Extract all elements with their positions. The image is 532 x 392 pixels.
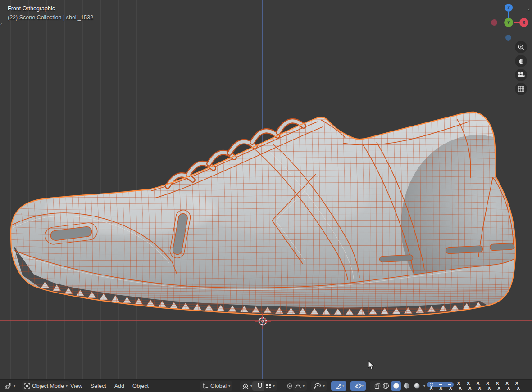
snap-target-icon — [266, 383, 271, 389]
placeholder-x-icon[interactable]: X — [439, 386, 443, 391]
placeholder-x-icon[interactable]: X — [459, 386, 463, 391]
view-label: Front Orthographic — [8, 4, 93, 13]
gizmo-x-ball[interactable]: X — [519, 18, 528, 27]
material-sphere-icon — [403, 383, 410, 389]
chevron-down-icon: ▾ — [303, 384, 305, 388]
overlays-dropdown[interactable]: ▾ — [362, 381, 368, 391]
header-menus: View Select Add Object — [66, 381, 153, 391]
placeholder-icons-top-row: XXXXXXX — [457, 381, 519, 386]
gizmo-neg-x-ball[interactable] — [491, 19, 497, 26]
viewport-header: ▾ Object Mode ▾ View Select Add Object — [0, 379, 532, 392]
pivot-point-icon — [242, 383, 249, 389]
shading-dropdown[interactable]: ▾ — [423, 384, 425, 388]
shading-solid-button[interactable] — [391, 381, 401, 391]
placeholder-x-icon[interactable]: X — [468, 386, 472, 391]
zoom-icon — [518, 44, 525, 51]
gizmo-neg-z-ball[interactable] — [505, 35, 511, 41]
proportional-editing-icon — [286, 383, 293, 389]
placeholder-x-icon[interactable]: X — [476, 381, 480, 386]
toolbar-expand-arrow[interactable]: › — [0, 21, 2, 26]
overlays-toggle-icon — [355, 383, 362, 389]
perspective-toggle-button[interactable] — [515, 83, 527, 95]
context-label: (22) Scene Collection | shell_1532 — [8, 13, 93, 22]
orientation-label: Global — [210, 383, 227, 389]
placeholder-x-icon[interactable]: X — [486, 381, 490, 386]
mouse-cursor — [368, 360, 376, 370]
viewport-info: Front Orthographic (22) Scene Collection… — [8, 4, 93, 22]
gizmos-dropdown[interactable]: ▾ — [342, 381, 349, 391]
xray-toggle-icon — [374, 383, 381, 389]
placeholder-x-icon[interactable]: X — [449, 386, 453, 391]
gizmo-y-ball[interactable]: Y — [504, 18, 513, 27]
shading-rendered-button[interactable] — [412, 381, 422, 391]
pan-button[interactable] — [515, 55, 527, 67]
shading-material-button[interactable] — [401, 381, 411, 391]
visibility-eye-icon — [314, 383, 321, 389]
viewport-nav-buttons — [515, 41, 528, 97]
camera-view-button[interactable] — [515, 69, 527, 81]
viewport-editor-icon — [4, 383, 12, 390]
zoom-button[interactable] — [515, 41, 527, 53]
placeholder-x-icon[interactable]: X — [515, 381, 519, 386]
menu-select[interactable]: Select — [86, 381, 110, 391]
menu-add[interactable]: Add — [110, 381, 128, 391]
snap-magnet-icon — [257, 383, 263, 389]
placeholder-x-icon[interactable]: X — [497, 386, 501, 391]
falloff-dropdown[interactable]: ▾ — [293, 381, 307, 391]
pan-hand-icon — [518, 58, 525, 65]
snap-target-dropdown[interactable]: ▾ — [264, 381, 277, 391]
shading-wireframe-button[interactable] — [381, 381, 391, 391]
transform-orientation-icon — [202, 383, 209, 389]
placeholder-icons-bottom-row: XXXXXXXXXX — [429, 386, 520, 391]
dash-icon — [448, 384, 451, 385]
blender-3d-viewport: Front Orthographic (22) Scene Collection… — [0, 0, 532, 392]
chevron-down-icon: ▾ — [342, 384, 344, 388]
menu-object[interactable]: Object — [128, 381, 153, 391]
rendered-sphere-icon — [414, 383, 420, 389]
chevron-down-icon: ▾ — [273, 384, 275, 388]
ortho-grid-icon — [518, 86, 525, 93]
placeholder-x-icon[interactable]: X — [496, 381, 500, 386]
dash-icon — [439, 384, 442, 385]
orientation-gizmo[interactable]: Z Y X — [490, 1, 531, 44]
placeholder-x-icon[interactable]: X — [507, 386, 511, 391]
solid-sphere-icon — [393, 383, 400, 389]
object-mode-icon — [24, 383, 30, 389]
chevron-down-icon: ▾ — [228, 384, 230, 388]
orientation-dropdown[interactable]: Global ▾ — [200, 381, 232, 391]
placeholder-x-icon[interactable]: X — [478, 386, 482, 391]
placeholder-x-icon[interactable]: X — [517, 386, 521, 391]
visibility-dropdown[interactable]: ▾ — [311, 381, 327, 391]
3d-cursor — [253, 311, 273, 331]
gizmo-z-ball[interactable]: Z — [505, 4, 513, 12]
placeholder-x-icon[interactable]: X — [505, 381, 509, 386]
menu-view[interactable]: View — [66, 381, 86, 391]
mode-label: Object Mode — [32, 383, 64, 389]
wireframe-sphere-icon — [382, 383, 389, 389]
chevron-down-icon: ▾ — [323, 384, 325, 388]
gizmos-toggle-icon — [336, 383, 342, 389]
shading-mode-group: ▾ — [381, 381, 425, 391]
placeholder-x-icon[interactable]: X — [457, 381, 461, 386]
chevron-down-icon: ▾ — [362, 384, 364, 388]
falloff-curve-icon — [295, 383, 301, 388]
chevron-down-icon: ▾ — [14, 384, 15, 388]
mode-dropdown[interactable]: Object Mode ▾ — [22, 381, 70, 391]
placeholder-x-icon[interactable]: X — [487, 386, 491, 391]
placeholder-x-icon[interactable]: X — [429, 386, 433, 391]
placeholder-x-icon[interactable]: X — [467, 381, 471, 386]
editor-type-button[interactable]: ▾ — [1, 381, 18, 391]
camera-view-icon — [517, 72, 525, 78]
